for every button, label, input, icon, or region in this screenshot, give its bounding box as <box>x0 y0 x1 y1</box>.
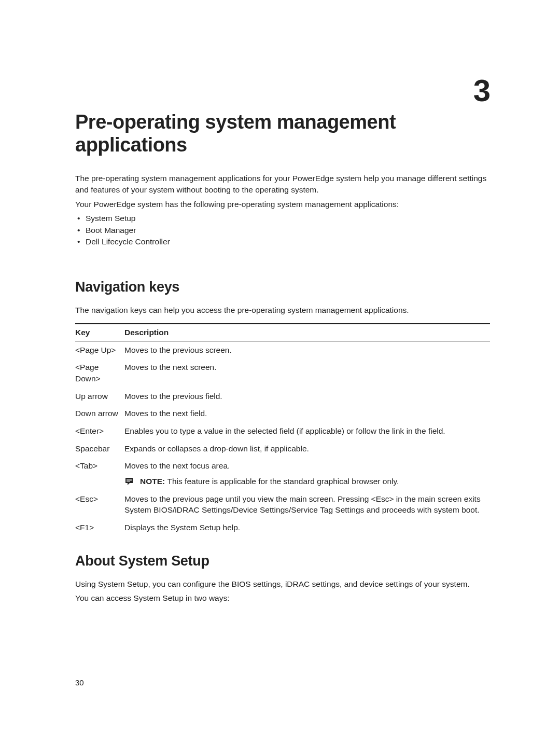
navigation-keys-lead: The navigation keys can help you access … <box>75 305 490 316</box>
desc-cell: Moves to the previous page until you vie… <box>124 490 490 519</box>
intro-list: System Setup Boot Manager Dell Lifecycle… <box>75 213 490 247</box>
desc-cell: Moves to the next focus area. NOTE: This… <box>124 457 490 490</box>
key-cell: Up arrow <box>75 388 124 405</box>
navigation-keys-heading: Navigation keys <box>75 279 490 295</box>
key-cell: <F1> <box>75 519 124 536</box>
table-row: <Esc> Moves to the previous page until y… <box>75 490 490 519</box>
desc-cell: Enables you to type a value in the selec… <box>124 422 490 440</box>
desc-cell: Displays the System Setup help. <box>124 519 490 536</box>
navigation-keys-table: Key Description <Page Up> Moves to the p… <box>75 323 490 536</box>
table-row: <Page Up> Moves to the previous screen. <box>75 341 490 359</box>
table-row: <Tab> Moves to the next focus area. NOTE… <box>75 457 490 490</box>
desc-cell: Moves to the previous screen. <box>124 341 490 359</box>
key-cell: <Tab> <box>75 457 124 490</box>
about-paragraph-2: You can access System Setup in two ways: <box>75 593 490 604</box>
note-body: This feature is applicable for the stand… <box>167 477 399 486</box>
key-cell: <Esc> <box>75 490 124 519</box>
list-item: Dell Lifecycle Controller <box>75 236 490 247</box>
desc-cell: Moves to the next field. <box>124 405 490 422</box>
desc-cell: Moves to the next screen. <box>124 359 490 387</box>
table-header-key: Key <box>75 324 124 341</box>
desc-text: Moves to the next focus area. <box>124 461 230 470</box>
chapter-title: Pre-operating system management applicat… <box>75 111 490 156</box>
note-block: NOTE: This feature is applicable for the… <box>124 476 490 487</box>
table-row: <F1> Displays the System Setup help. <box>75 519 490 536</box>
about-paragraph-1: Using System Setup, you can configure th… <box>75 578 490 590</box>
desc-cell: Expands or collapses a drop-down list, i… <box>124 440 490 458</box>
desc-cell: Moves to the previous field. <box>124 388 490 405</box>
intro-paragraph-2: Your PowerEdge system has the following … <box>75 199 490 210</box>
page-number: 30 <box>75 678 84 687</box>
key-cell: <Page Down> <box>75 359 124 387</box>
key-cell: <Enter> <box>75 422 124 440</box>
table-row: <Enter> Enables you to type a value in t… <box>75 422 490 440</box>
key-cell: Down arrow <box>75 405 124 422</box>
note-text: NOTE: This feature is applicable for the… <box>140 476 399 487</box>
list-item: Boot Manager <box>75 225 490 236</box>
chapter-number: 3 <box>75 73 490 108</box>
table-row: Up arrow Moves to the previous field. <box>75 388 490 405</box>
table-row: <Page Down> Moves to the next screen. <box>75 359 490 387</box>
table-row: Down arrow Moves to the next field. <box>75 405 490 422</box>
about-system-setup-heading: About System Setup <box>75 553 490 569</box>
note-icon <box>124 477 134 486</box>
key-cell: Spacebar <box>75 440 124 458</box>
note-label: NOTE: <box>140 477 167 486</box>
table-row: Spacebar Expands or collapses a drop-dow… <box>75 440 490 458</box>
list-item: System Setup <box>75 213 490 224</box>
key-cell: <Page Up> <box>75 341 124 359</box>
table-header-description: Description <box>124 324 490 341</box>
intro-paragraph-1: The pre-operating system management appl… <box>75 173 490 195</box>
